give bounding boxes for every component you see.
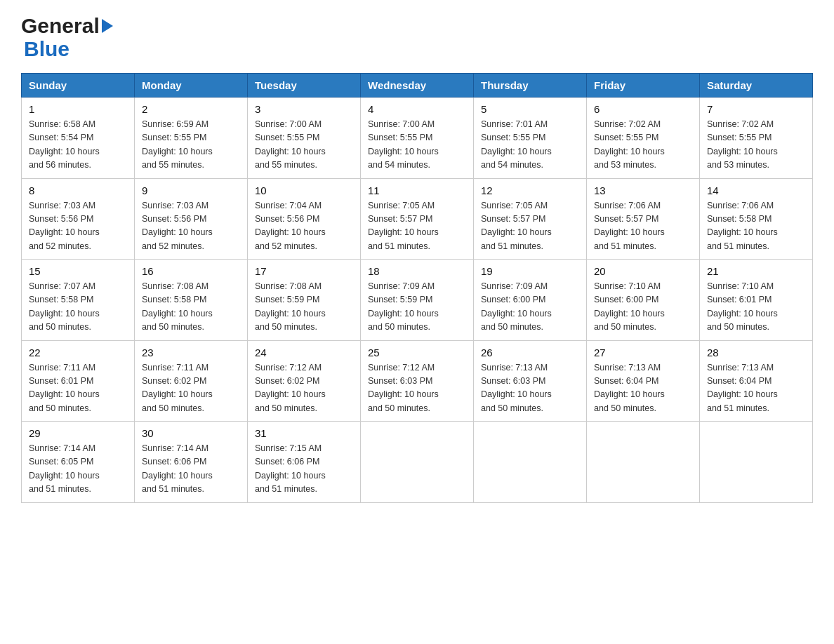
- day-info: Sunrise: 7:06 AM Sunset: 5:57 PM Dayligh…: [594, 199, 692, 254]
- day-number: 29: [29, 427, 127, 439]
- calendar-cell: 29Sunrise: 7:14 AM Sunset: 6:05 PM Dayli…: [22, 422, 135, 503]
- logo: General Blue: [21, 14, 114, 60]
- logo-combined: General Blue: [21, 14, 114, 60]
- day-info: Sunrise: 6:59 AM Sunset: 5:55 PM Dayligh…: [142, 118, 240, 173]
- calendar-cell: 2Sunrise: 6:59 AM Sunset: 5:55 PM Daylig…: [135, 98, 248, 179]
- calendar-cell: [700, 422, 813, 503]
- calendar-cell: 20Sunrise: 7:10 AM Sunset: 6:00 PM Dayli…: [587, 260, 700, 341]
- calendar-cell: 23Sunrise: 7:11 AM Sunset: 6:02 PM Dayli…: [135, 340, 248, 422]
- calendar-week-row: 15Sunrise: 7:07 AM Sunset: 5:58 PM Dayli…: [22, 260, 813, 341]
- day-number: 5: [481, 103, 579, 115]
- day-info: Sunrise: 7:09 AM Sunset: 6:00 PM Dayligh…: [481, 280, 579, 335]
- day-number: 21: [707, 265, 805, 277]
- calendar-cell: 7Sunrise: 7:02 AM Sunset: 5:55 PM Daylig…: [700, 98, 813, 179]
- calendar-week-row: 8Sunrise: 7:03 AM Sunset: 5:56 PM Daylig…: [22, 178, 813, 260]
- calendar-cell: 6Sunrise: 7:02 AM Sunset: 5:55 PM Daylig…: [587, 98, 700, 179]
- logo-blue: Blue: [24, 37, 70, 60]
- column-header-sunday: Sunday: [22, 74, 135, 98]
- calendar-cell: 5Sunrise: 7:01 AM Sunset: 5:55 PM Daylig…: [474, 98, 587, 179]
- day-info: Sunrise: 7:07 AM Sunset: 5:58 PM Dayligh…: [29, 280, 127, 335]
- calendar-cell: 9Sunrise: 7:03 AM Sunset: 5:56 PM Daylig…: [135, 178, 248, 260]
- day-info: Sunrise: 7:08 AM Sunset: 5:58 PM Dayligh…: [142, 280, 240, 335]
- day-info: Sunrise: 7:10 AM Sunset: 6:00 PM Dayligh…: [594, 280, 692, 335]
- day-number: 25: [368, 347, 466, 358]
- day-number: 23: [142, 347, 240, 358]
- day-number: 28: [707, 347, 805, 358]
- calendar-cell: 12Sunrise: 7:05 AM Sunset: 5:57 PM Dayli…: [474, 178, 587, 260]
- logo-triangle-icon: [102, 19, 113, 33]
- day-number: 10: [255, 185, 353, 196]
- calendar-week-row: 1Sunrise: 6:58 AM Sunset: 5:54 PM Daylig…: [22, 98, 813, 179]
- day-info: Sunrise: 7:08 AM Sunset: 5:59 PM Dayligh…: [255, 280, 353, 335]
- day-number: 27: [594, 347, 692, 358]
- day-info: Sunrise: 7:03 AM Sunset: 5:56 PM Dayligh…: [142, 199, 240, 254]
- calendar-cell: [587, 422, 700, 503]
- calendar-week-row: 22Sunrise: 7:11 AM Sunset: 6:01 PM Dayli…: [22, 340, 813, 422]
- day-number: 24: [255, 347, 353, 358]
- column-header-friday: Friday: [587, 74, 700, 98]
- calendar-cell: 3Sunrise: 7:00 AM Sunset: 5:55 PM Daylig…: [248, 98, 361, 179]
- logo-general: General: [21, 14, 100, 37]
- day-info: Sunrise: 7:13 AM Sunset: 6:04 PM Dayligh…: [594, 361, 692, 416]
- day-info: Sunrise: 7:09 AM Sunset: 5:59 PM Dayligh…: [368, 280, 466, 335]
- day-number: 8: [29, 185, 127, 196]
- calendar-cell: [361, 422, 474, 503]
- day-info: Sunrise: 7:11 AM Sunset: 6:01 PM Dayligh…: [29, 361, 127, 416]
- day-number: 31: [255, 427, 353, 439]
- calendar-cell: 22Sunrise: 7:11 AM Sunset: 6:01 PM Dayli…: [22, 340, 135, 422]
- day-info: Sunrise: 7:02 AM Sunset: 5:55 PM Dayligh…: [707, 118, 805, 173]
- calendar-cell: 25Sunrise: 7:12 AM Sunset: 6:03 PM Dayli…: [361, 340, 474, 422]
- column-header-tuesday: Tuesday: [248, 74, 361, 98]
- day-number: 26: [481, 347, 579, 358]
- day-number: 14: [707, 185, 805, 196]
- calendar-cell: 16Sunrise: 7:08 AM Sunset: 5:58 PM Dayli…: [135, 260, 248, 341]
- calendar-cell: 15Sunrise: 7:07 AM Sunset: 5:58 PM Dayli…: [22, 260, 135, 341]
- calendar-cell: 1Sunrise: 6:58 AM Sunset: 5:54 PM Daylig…: [22, 98, 135, 179]
- calendar-cell: 21Sunrise: 7:10 AM Sunset: 6:01 PM Dayli…: [700, 260, 813, 341]
- calendar-week-row: 29Sunrise: 7:14 AM Sunset: 6:05 PM Dayli…: [22, 422, 813, 503]
- day-number: 4: [368, 103, 466, 115]
- page-header: General Blue: [21, 14, 813, 60]
- calendar-cell: 28Sunrise: 7:13 AM Sunset: 6:04 PM Dayli…: [700, 340, 813, 422]
- day-info: Sunrise: 7:12 AM Sunset: 6:02 PM Dayligh…: [255, 361, 353, 416]
- column-header-monday: Monday: [135, 74, 248, 98]
- day-info: Sunrise: 7:13 AM Sunset: 6:03 PM Dayligh…: [481, 361, 579, 416]
- day-number: 20: [594, 265, 692, 277]
- day-number: 12: [481, 185, 579, 196]
- calendar-cell: 11Sunrise: 7:05 AM Sunset: 5:57 PM Dayli…: [361, 178, 474, 260]
- day-number: 3: [255, 103, 353, 115]
- day-number: 17: [255, 265, 353, 277]
- day-number: 19: [481, 265, 579, 277]
- calendar-cell: 4Sunrise: 7:00 AM Sunset: 5:55 PM Daylig…: [361, 98, 474, 179]
- day-info: Sunrise: 7:14 AM Sunset: 6:05 PM Dayligh…: [29, 442, 127, 497]
- calendar-cell: 13Sunrise: 7:06 AM Sunset: 5:57 PM Dayli…: [587, 178, 700, 260]
- day-number: 18: [368, 265, 466, 277]
- calendar-cell: 24Sunrise: 7:12 AM Sunset: 6:02 PM Dayli…: [248, 340, 361, 422]
- day-number: 11: [368, 185, 466, 196]
- calendar-cell: 30Sunrise: 7:14 AM Sunset: 6:06 PM Dayli…: [135, 422, 248, 503]
- day-info: Sunrise: 7:13 AM Sunset: 6:04 PM Dayligh…: [707, 361, 805, 416]
- day-info: Sunrise: 7:15 AM Sunset: 6:06 PM Dayligh…: [255, 442, 353, 497]
- day-info: Sunrise: 7:02 AM Sunset: 5:55 PM Dayligh…: [594, 118, 692, 173]
- calendar-header-row: SundayMondayTuesdayWednesdayThursdayFrid…: [22, 74, 813, 98]
- day-number: 7: [707, 103, 805, 115]
- calendar-cell: [474, 422, 587, 503]
- calendar-cell: 18Sunrise: 7:09 AM Sunset: 5:59 PM Dayli…: [361, 260, 474, 341]
- calendar-cell: 10Sunrise: 7:04 AM Sunset: 5:56 PM Dayli…: [248, 178, 361, 260]
- day-number: 9: [142, 185, 240, 196]
- column-header-thursday: Thursday: [474, 74, 587, 98]
- calendar-cell: 19Sunrise: 7:09 AM Sunset: 6:00 PM Dayli…: [474, 260, 587, 341]
- calendar-cell: 14Sunrise: 7:06 AM Sunset: 5:58 PM Dayli…: [700, 178, 813, 260]
- day-info: Sunrise: 7:12 AM Sunset: 6:03 PM Dayligh…: [368, 361, 466, 416]
- day-info: Sunrise: 7:05 AM Sunset: 5:57 PM Dayligh…: [368, 199, 466, 254]
- day-info: Sunrise: 7:14 AM Sunset: 6:06 PM Dayligh…: [142, 442, 240, 497]
- calendar-cell: 26Sunrise: 7:13 AM Sunset: 6:03 PM Dayli…: [474, 340, 587, 422]
- column-header-saturday: Saturday: [700, 74, 813, 98]
- day-info: Sunrise: 7:00 AM Sunset: 5:55 PM Dayligh…: [255, 118, 353, 173]
- calendar-cell: 27Sunrise: 7:13 AM Sunset: 6:04 PM Dayli…: [587, 340, 700, 422]
- day-number: 1: [29, 103, 127, 115]
- day-info: Sunrise: 7:06 AM Sunset: 5:58 PM Dayligh…: [707, 199, 805, 254]
- calendar-cell: 31Sunrise: 7:15 AM Sunset: 6:06 PM Dayli…: [248, 422, 361, 503]
- column-header-wednesday: Wednesday: [361, 74, 474, 98]
- day-number: 13: [594, 185, 692, 196]
